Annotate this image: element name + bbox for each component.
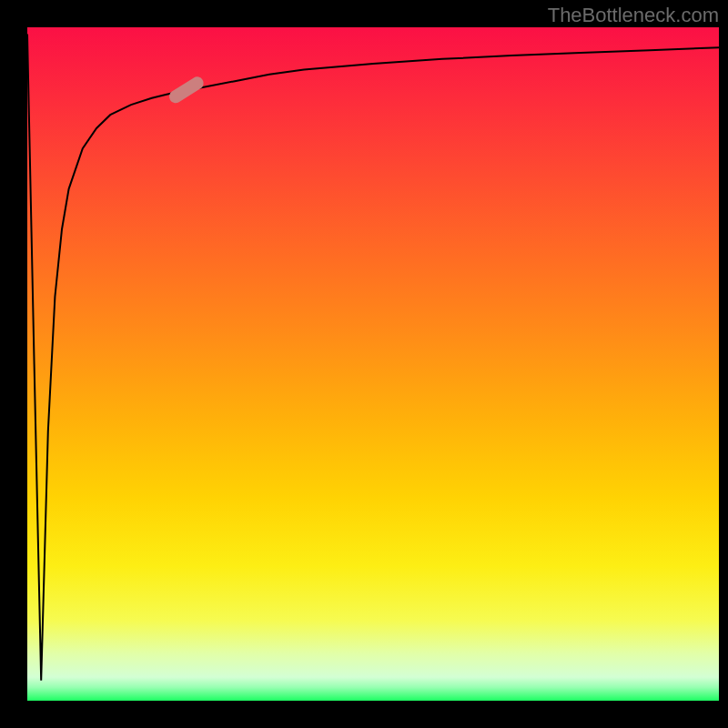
plot-area [27, 27, 719, 701]
chart-stage: TheBottleneck.com [0, 0, 728, 728]
curve-svg [27, 27, 719, 701]
bottleneck-curve [27, 34, 719, 680]
curve-marker [167, 75, 206, 106]
watermark-text: TheBottleneck.com [548, 4, 719, 27]
